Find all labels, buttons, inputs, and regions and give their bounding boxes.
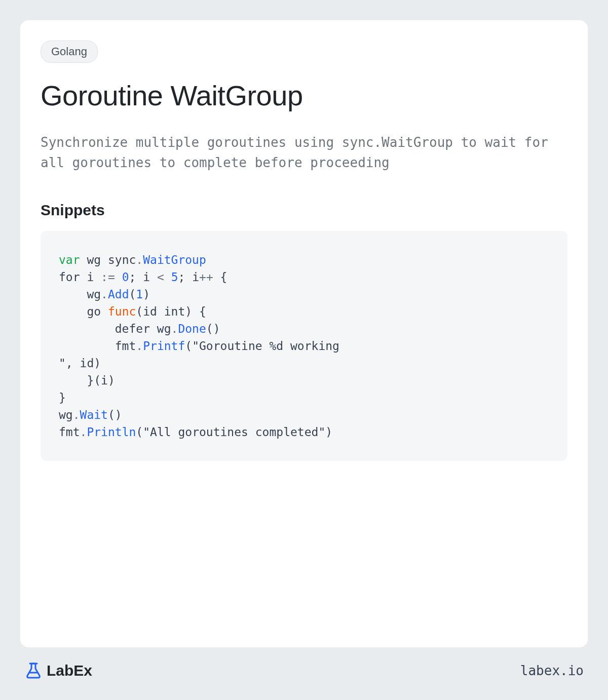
snippets-heading: Snippets (41, 202, 567, 219)
language-tag: Golang (41, 41, 98, 63)
page-title: Goroutine WaitGroup (41, 79, 567, 112)
site-url: labex.io (520, 663, 584, 678)
code-snippet: var wg sync.WaitGroup for i := 0; i < 5;… (41, 231, 567, 461)
description-text: Synchronize multiple goroutines using sy… (41, 132, 567, 173)
brand-logo: LabEx (24, 662, 92, 680)
logo-text: LabEx (47, 662, 92, 679)
flask-icon (24, 662, 43, 680)
page-footer: LabEx labex.io (20, 647, 588, 680)
content-card: Golang Goroutine WaitGroup Synchronize m… (20, 20, 588, 647)
